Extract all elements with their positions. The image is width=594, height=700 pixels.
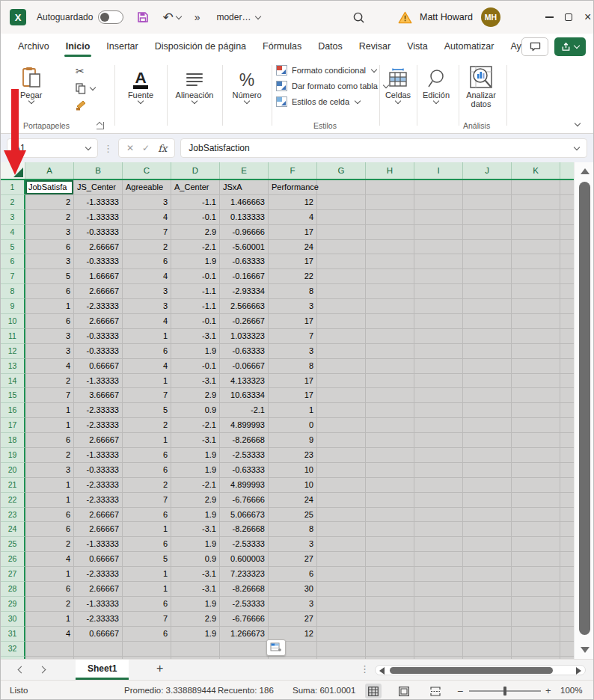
cell-D24[interactable]: -3.1 — [171, 522, 220, 537]
cell-H13[interactable] — [366, 359, 414, 374]
cell-I6[interactable] — [414, 254, 463, 269]
cell-G3[interactable] — [317, 210, 366, 225]
cell-G23[interactable] — [317, 508, 366, 523]
cell-H5[interactable] — [366, 240, 414, 255]
cell-H2[interactable] — [366, 195, 414, 210]
cell-J9[interactable] — [463, 299, 512, 314]
cell-K13[interactable] — [512, 359, 560, 374]
cell-F5[interactable]: 24 — [269, 240, 317, 255]
cell-G16[interactable] — [317, 403, 366, 418]
cell-C26[interactable]: 5 — [123, 552, 171, 567]
cell-G4[interactable] — [317, 225, 366, 240]
cell-G10[interactable] — [317, 314, 366, 329]
column-header-K[interactable]: K — [512, 162, 560, 179]
cell-E32[interactable] — [220, 642, 269, 657]
cell-H1[interactable] — [366, 180, 414, 195]
cell-B16[interactable]: -2.33333 — [74, 403, 123, 418]
cell-F21[interactable]: 10 — [269, 478, 317, 493]
cell-G13[interactable] — [317, 359, 366, 374]
cell-F3[interactable]: 4 — [269, 210, 317, 225]
cell-A27[interactable]: 1 — [25, 567, 74, 582]
cell-partial-row21[interactable] — [560, 478, 574, 493]
cell-A19[interactable]: 2 — [25, 448, 74, 463]
cell-F14[interactable]: 17 — [269, 374, 317, 389]
cell-I21[interactable] — [414, 478, 463, 493]
row-header-5[interactable]: 5 — [1, 240, 25, 255]
cell-K25[interactable] — [512, 537, 560, 552]
cell-B22[interactable]: -2.33333 — [74, 493, 123, 508]
cell-C9[interactable]: 3 — [123, 299, 171, 314]
cell-I8[interactable] — [414, 284, 463, 299]
cell-H29[interactable] — [366, 597, 414, 612]
cell-G9[interactable] — [317, 299, 366, 314]
close-button[interactable]: × — [584, 1, 591, 34]
cell-J19[interactable] — [463, 448, 512, 463]
cell-C6[interactable]: 6 — [123, 254, 171, 269]
column-header-partial[interactable] — [560, 162, 574, 179]
cell-D18[interactable]: -3.1 — [171, 433, 220, 448]
cell-G17[interactable] — [317, 418, 366, 433]
cell-F28[interactable]: 30 — [269, 582, 317, 597]
cell-D14[interactable]: -3.1 — [171, 374, 220, 389]
cell-K7[interactable] — [512, 269, 560, 284]
cell-partial-row27[interactable] — [560, 567, 574, 582]
row-header-32[interactable]: 32 — [1, 642, 25, 657]
cell-K22[interactable] — [512, 493, 560, 508]
cell-F13[interactable]: 8 — [269, 359, 317, 374]
cell-H24[interactable] — [366, 522, 414, 537]
cell-G11[interactable] — [317, 329, 366, 344]
row-header-28[interactable]: 28 — [1, 582, 25, 597]
cell-partial-row2[interactable] — [560, 195, 574, 210]
cell-J18[interactable] — [463, 433, 512, 448]
cell-A22[interactable]: 1 — [25, 493, 74, 508]
cell-H26[interactable] — [366, 552, 414, 567]
cell-G20[interactable] — [317, 463, 366, 478]
cell-K15[interactable] — [512, 388, 560, 403]
cell-I13[interactable] — [414, 359, 463, 374]
cell-C8[interactable]: 3 — [123, 284, 171, 299]
cell-A29[interactable]: 2 — [25, 597, 74, 612]
cell-C3[interactable]: 4 — [123, 210, 171, 225]
cell-H31[interactable] — [366, 627, 414, 642]
cell-K2[interactable] — [512, 195, 560, 210]
cell-K29[interactable] — [512, 597, 560, 612]
row-header-22[interactable]: 22 — [1, 493, 25, 508]
cell-K16[interactable] — [512, 403, 560, 418]
cell-H3[interactable] — [366, 210, 414, 225]
cell-E5[interactable]: -5.60001 — [220, 240, 269, 255]
cancel-icon[interactable]: ✕ — [126, 143, 134, 153]
cell-E28[interactable]: -8.26668 — [220, 582, 269, 597]
cell-G22[interactable] — [317, 493, 366, 508]
cell-J26[interactable] — [463, 552, 512, 567]
cell-I14[interactable] — [414, 374, 463, 389]
cell-B15[interactable]: 3.66667 — [74, 388, 123, 403]
cell-G19[interactable] — [317, 448, 366, 463]
cell-B27[interactable]: -2.33333 — [74, 567, 123, 582]
cell-G5[interactable] — [317, 240, 366, 255]
row-header-24[interactable]: 24 — [1, 522, 25, 537]
cell-E16[interactable]: -2.1 — [220, 403, 269, 418]
cell-partial-row9[interactable] — [560, 299, 574, 314]
cell-D3[interactable]: -0.1 — [171, 210, 220, 225]
cell-J4[interactable] — [463, 225, 512, 240]
tab-disposici-n-de-p-gina[interactable]: Disposición de página — [147, 34, 254, 58]
row-header-13[interactable]: 13 — [1, 359, 25, 374]
zoom-out-button[interactable]: − — [457, 685, 463, 697]
cut-button[interactable]: ✂ — [76, 65, 95, 77]
cell-D5[interactable]: -2.1 — [171, 240, 220, 255]
cell-K8[interactable] — [512, 284, 560, 299]
cell-D1[interactable]: A_Center — [171, 180, 220, 195]
cell-A1[interactable]: JobSatisfa — [25, 180, 74, 195]
cell-partial-row30[interactable] — [560, 612, 574, 627]
cell-C16[interactable]: 5 — [123, 403, 171, 418]
cell-E26[interactable]: 0.600003 — [220, 552, 269, 567]
cell-partial-row12[interactable] — [560, 344, 574, 359]
cell-E30[interactable]: -6.76666 — [220, 612, 269, 627]
cell-G12[interactable] — [317, 344, 366, 359]
cell-I4[interactable] — [414, 225, 463, 240]
cell-C14[interactable]: 1 — [123, 374, 171, 389]
cell-A25[interactable]: 2 — [25, 537, 74, 552]
cell-I32[interactable] — [414, 642, 463, 657]
cell-D32[interactable] — [171, 642, 220, 657]
cell-B20[interactable]: -0.33333 — [74, 463, 123, 478]
